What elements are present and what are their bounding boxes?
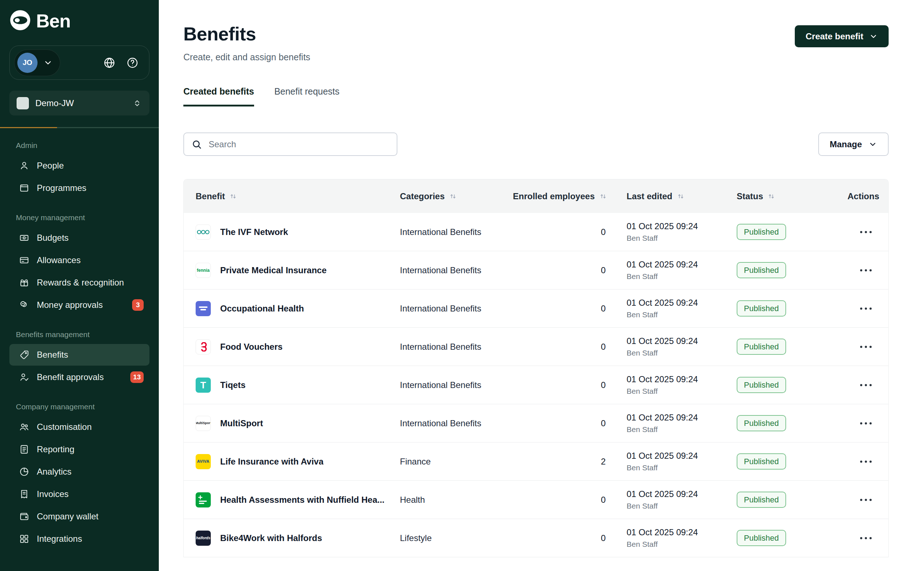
table-row: The IVF NetworkInternational Benefits001… — [184, 213, 888, 251]
row-actions-button[interactable] — [859, 457, 873, 466]
column-label: Status — [737, 191, 763, 201]
avatar: JO — [17, 53, 37, 73]
sidebar-item-budgets[interactable]: Budgets — [9, 227, 150, 249]
row-actions-button[interactable] — [859, 342, 873, 352]
sidebar-nav: AdminPeopleProgrammesMoney managementBud… — [0, 128, 159, 571]
last-edited: 01 Oct 2025 09:24Ben Staff — [626, 221, 737, 242]
benefit-name[interactable]: Food Vouchers — [220, 342, 282, 352]
column-label: Categories — [400, 191, 445, 201]
manage-button[interactable]: Manage — [818, 133, 889, 156]
sidebar-item-benefits[interactable]: Benefits — [9, 344, 150, 366]
row-actions-button[interactable] — [859, 265, 873, 275]
column-header-benefit[interactable]: Benefit — [184, 191, 400, 201]
sort-icon[interactable] — [767, 192, 775, 200]
last-edited: 01 Oct 2025 09:24Ben Staff — [626, 527, 737, 549]
sort-icon[interactable] — [449, 192, 457, 200]
app-root: Ben JO Demo-JW — [0, 0, 924, 571]
benefit-logo-tiqets: T — [196, 378, 211, 393]
status-badge: Published — [737, 415, 786, 431]
page-subtitle: Create, edit and assign benefits — [184, 52, 310, 62]
sort-icon[interactable] — [229, 192, 237, 200]
create-benefit-button[interactable]: Create benefit — [795, 25, 889, 47]
user-card: JO — [9, 45, 150, 80]
benefit-logo-ivf — [196, 224, 211, 240]
last-edited-date: 01 Oct 2025 09:24 — [626, 298, 737, 308]
sidebar-item-reporting[interactable]: Reporting — [9, 438, 150, 460]
workspace-selector[interactable]: Demo-JW — [9, 91, 150, 116]
nav-section-label-company-management: Company management — [16, 403, 150, 411]
row-actions-button[interactable] — [859, 419, 873, 428]
sidebar-item-analytics[interactable]: Analytics — [9, 461, 150, 483]
search-icon — [191, 139, 202, 150]
manage-label: Manage — [830, 139, 862, 150]
sidebar-item-people[interactable]: People — [9, 155, 150, 176]
benefit-name[interactable]: The IVF Network — [220, 227, 288, 237]
row-actions-button[interactable] — [859, 534, 873, 543]
sort-icon[interactable] — [599, 192, 607, 200]
sidebar-item-integrations[interactable]: Integrations — [9, 528, 150, 550]
benefit-category: International Benefits — [400, 265, 513, 275]
benefit-name[interactable]: Life Insurance with Aviva — [220, 457, 323, 467]
benefit-name[interactable]: Health Assessments with Nuffield Hea... — [220, 495, 384, 505]
sidebar-item-label: Budgets — [37, 233, 69, 243]
benefit-logo-fennia: fennia — [196, 263, 211, 278]
sidebar-item-customisation[interactable]: Customisation — [9, 416, 150, 438]
row-actions-button[interactable] — [859, 495, 873, 505]
chevron-updown-icon — [132, 98, 142, 108]
last-edited-by: Ben Staff — [626, 540, 737, 549]
last-edited: 01 Oct 2025 09:24Ben Staff — [626, 336, 737, 357]
table-row: Food VouchersInternational Benefits001 O… — [184, 328, 888, 366]
last-edited-by: Ben Staff — [626, 387, 737, 396]
pie-chart-icon — [19, 466, 29, 477]
column-header-enrolled-employees[interactable]: Enrolled employees — [513, 191, 626, 201]
column-header-status[interactable]: Status — [737, 191, 847, 201]
page-title: Benefits — [184, 23, 310, 45]
enrolled-count: 0 — [513, 304, 626, 314]
sidebar-item-rewards-recognition[interactable]: Rewards & recognition — [9, 272, 150, 293]
table-row: Occupational HealthInternational Benefit… — [184, 290, 888, 328]
row-actions-button[interactable] — [859, 304, 873, 313]
sidebar-item-programmes[interactable]: Programmes — [9, 177, 150, 199]
tab-created-benefits[interactable]: Created benefits — [184, 86, 254, 106]
column-header-categories[interactable]: Categories — [400, 191, 513, 201]
sidebar-item-benefit-approvals[interactable]: Benefit approvals13 — [9, 366, 150, 388]
globe-icon[interactable] — [103, 56, 116, 69]
sidebar-item-label: Benefit approvals — [37, 372, 103, 382]
benefit-logo-halfords: halfords — [196, 531, 211, 546]
row-actions-button[interactable] — [859, 380, 873, 390]
sidebar: Ben JO Demo-JW — [0, 0, 159, 571]
search-input[interactable] — [208, 139, 389, 150]
enrolled-count: 0 — [513, 495, 626, 505]
benefits-table: BenefitCategoriesEnrolled employeesLast … — [184, 179, 889, 557]
column-header-last-edited[interactable]: Last edited — [626, 191, 737, 201]
table-row: fenniaPrivate Medical InsuranceInternati… — [184, 251, 888, 290]
status-badge: Published — [737, 377, 786, 393]
benefit-logo-aviva: AVIVA — [196, 454, 211, 469]
sidebar-item-label: People — [37, 160, 64, 171]
sidebar-item-invoices[interactable]: Invoices — [9, 483, 150, 505]
tab-benefit-requests[interactable]: Benefit requests — [274, 86, 339, 106]
last-edited-by: Ben Staff — [626, 463, 737, 472]
sidebar-item-label: Integrations — [37, 534, 82, 544]
workspace-logo — [17, 97, 29, 110]
benefit-name[interactable]: MultiSport — [220, 418, 263, 428]
user-quick-icons — [103, 56, 139, 69]
row-actions-button[interactable] — [859, 227, 873, 237]
sidebar-item-label: Reporting — [37, 444, 74, 454]
status-badge: Published — [737, 300, 786, 316]
benefit-name[interactable]: Private Medical Insurance — [220, 265, 327, 275]
sidebar-item-allowances[interactable]: Allowances — [9, 249, 150, 271]
user-menu[interactable]: JO — [14, 49, 60, 76]
last-edited-by: Ben Staff — [626, 425, 737, 434]
benefit-name[interactable]: Tiqets — [220, 380, 245, 390]
benefit-name[interactable]: Bike4Work with Halfords — [220, 533, 322, 543]
sidebar-item-company-wallet[interactable]: Company wallet — [9, 506, 150, 527]
notification-badge: 13 — [130, 371, 143, 383]
help-icon[interactable] — [126, 56, 139, 69]
brand-name: Ben — [36, 10, 70, 32]
table-header-row: BenefitCategoriesEnrolled employeesLast … — [184, 179, 888, 213]
sort-icon[interactable] — [677, 192, 685, 200]
sidebar-item-money-approvals[interactable]: Money approvals3 — [9, 294, 150, 316]
last-edited-by: Ben Staff — [626, 272, 737, 281]
benefit-name[interactable]: Occupational Health — [220, 304, 304, 314]
